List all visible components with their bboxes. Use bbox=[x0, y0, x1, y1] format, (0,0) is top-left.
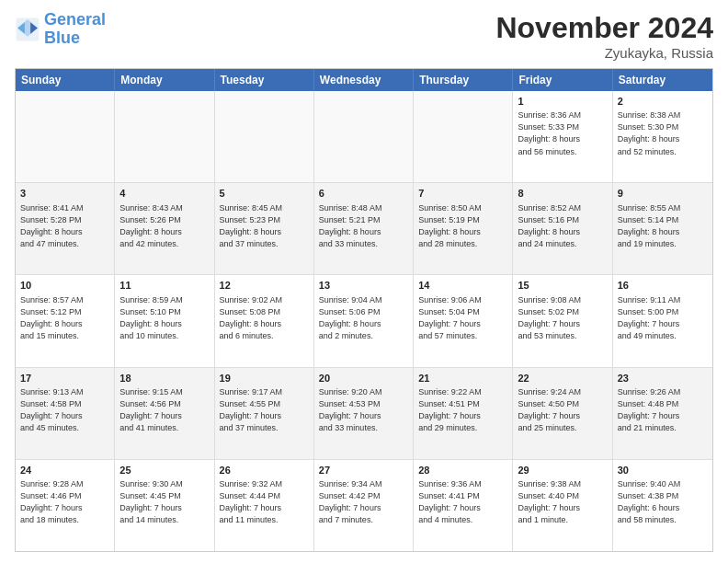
day-number: 14 bbox=[418, 279, 507, 293]
day-number: 25 bbox=[119, 464, 209, 477]
day-number: 3 bbox=[20, 187, 109, 201]
calendar: SundayMondayTuesdayWednesdayThursdayFrid… bbox=[15, 68, 713, 552]
cell-text: Sunrise: 9:20 AM Sunset: 4:53 PM Dayligh… bbox=[319, 386, 408, 434]
calendar-cell: 16Sunrise: 9:11 AM Sunset: 5:00 PM Dayli… bbox=[613, 275, 712, 366]
page: General Blue November 2024 Zyukayka, Rus… bbox=[0, 0, 728, 563]
calendar-row: 17Sunrise: 9:13 AM Sunset: 4:58 PM Dayli… bbox=[16, 368, 712, 460]
day-number: 30 bbox=[618, 464, 708, 477]
cell-text: Sunrise: 9:28 AM Sunset: 4:46 PM Dayligh… bbox=[20, 478, 109, 526]
cell-text: Sunrise: 9:40 AM Sunset: 4:38 PM Dayligh… bbox=[618, 478, 708, 526]
day-number: 11 bbox=[119, 279, 209, 293]
cell-text: Sunrise: 9:26 AM Sunset: 4:48 PM Dayligh… bbox=[618, 386, 708, 434]
calendar-cell: 17Sunrise: 9:13 AM Sunset: 4:58 PM Dayli… bbox=[16, 368, 115, 459]
calendar-header-cell: Tuesday bbox=[215, 69, 314, 91]
cell-text: Sunrise: 9:36 AM Sunset: 4:41 PM Dayligh… bbox=[418, 478, 507, 526]
cell-text: Sunrise: 9:32 AM Sunset: 4:44 PM Dayligh… bbox=[220, 478, 309, 526]
calendar-cell bbox=[314, 91, 414, 182]
cell-text: Sunrise: 9:02 AM Sunset: 5:08 PM Dayligh… bbox=[220, 294, 309, 342]
title-block: November 2024 Zyukayka, Russia bbox=[495, 11, 713, 61]
day-number: 29 bbox=[518, 464, 607, 477]
calendar-cell: 30Sunrise: 9:40 AM Sunset: 4:38 PM Dayli… bbox=[613, 460, 712, 551]
cell-text: Sunrise: 8:36 AM Sunset: 5:33 PM Dayligh… bbox=[518, 109, 607, 157]
cell-text: Sunrise: 8:50 AM Sunset: 5:19 PM Dayligh… bbox=[418, 202, 507, 250]
calendar-cell: 6Sunrise: 8:48 AM Sunset: 5:21 PM Daylig… bbox=[314, 183, 414, 274]
calendar-cell: 24Sunrise: 9:28 AM Sunset: 4:46 PM Dayli… bbox=[16, 460, 115, 551]
logo-icon bbox=[15, 17, 40, 42]
calendar-header-cell: Friday bbox=[513, 69, 612, 91]
calendar-row: 3Sunrise: 8:41 AM Sunset: 5:28 PM Daylig… bbox=[16, 183, 712, 275]
cell-text: Sunrise: 9:34 AM Sunset: 4:42 PM Dayligh… bbox=[319, 478, 408, 526]
calendar-cell: 12Sunrise: 9:02 AM Sunset: 5:08 PM Dayli… bbox=[215, 275, 314, 366]
cell-text: Sunrise: 8:48 AM Sunset: 5:21 PM Dayligh… bbox=[319, 202, 408, 250]
day-number: 20 bbox=[319, 372, 408, 385]
calendar-cell: 9Sunrise: 8:55 AM Sunset: 5:14 PM Daylig… bbox=[613, 183, 712, 274]
cell-text: Sunrise: 8:38 AM Sunset: 5:30 PM Dayligh… bbox=[618, 109, 708, 157]
cell-text: Sunrise: 9:17 AM Sunset: 4:55 PM Dayligh… bbox=[220, 386, 309, 434]
cell-text: Sunrise: 9:15 AM Sunset: 4:56 PM Dayligh… bbox=[119, 386, 209, 434]
calendar-cell: 26Sunrise: 9:32 AM Sunset: 4:44 PM Dayli… bbox=[215, 460, 314, 551]
day-number: 28 bbox=[418, 464, 507, 477]
day-number: 2 bbox=[618, 95, 708, 109]
calendar-row: 24Sunrise: 9:28 AM Sunset: 4:46 PM Dayli… bbox=[16, 460, 712, 551]
day-number: 10 bbox=[20, 279, 109, 293]
calendar-cell: 21Sunrise: 9:22 AM Sunset: 4:51 PM Dayli… bbox=[414, 368, 513, 459]
day-number: 4 bbox=[119, 187, 209, 201]
calendar-cell: 29Sunrise: 9:38 AM Sunset: 4:40 PM Dayli… bbox=[513, 460, 612, 551]
calendar-cell: 19Sunrise: 9:17 AM Sunset: 4:55 PM Dayli… bbox=[215, 368, 314, 459]
day-number: 9 bbox=[618, 187, 708, 201]
calendar-cell bbox=[16, 91, 115, 182]
month-title: November 2024 bbox=[495, 11, 713, 45]
cell-text: Sunrise: 9:30 AM Sunset: 4:45 PM Dayligh… bbox=[119, 478, 209, 526]
calendar-cell: 20Sunrise: 9:20 AM Sunset: 4:53 PM Dayli… bbox=[314, 368, 414, 459]
cell-text: Sunrise: 9:24 AM Sunset: 4:50 PM Dayligh… bbox=[518, 386, 607, 434]
day-number: 27 bbox=[319, 464, 408, 477]
calendar-cell: 28Sunrise: 9:36 AM Sunset: 4:41 PM Dayli… bbox=[414, 460, 513, 551]
calendar-cell: 27Sunrise: 9:34 AM Sunset: 4:42 PM Dayli… bbox=[314, 460, 414, 551]
day-number: 6 bbox=[319, 187, 408, 201]
cell-text: Sunrise: 9:08 AM Sunset: 5:02 PM Dayligh… bbox=[518, 294, 607, 342]
cell-text: Sunrise: 9:11 AM Sunset: 5:00 PM Dayligh… bbox=[618, 294, 708, 342]
day-number: 26 bbox=[220, 464, 309, 477]
day-number: 17 bbox=[20, 372, 109, 385]
calendar-cell: 14Sunrise: 9:06 AM Sunset: 5:04 PM Dayli… bbox=[414, 275, 513, 366]
calendar-cell: 4Sunrise: 8:43 AM Sunset: 5:26 PM Daylig… bbox=[115, 183, 214, 274]
day-number: 19 bbox=[220, 372, 309, 385]
cell-text: Sunrise: 8:52 AM Sunset: 5:16 PM Dayligh… bbox=[518, 202, 607, 250]
calendar-header: SundayMondayTuesdayWednesdayThursdayFrid… bbox=[16, 69, 712, 91]
calendar-cell: 11Sunrise: 8:59 AM Sunset: 5:10 PM Dayli… bbox=[115, 275, 214, 366]
location: Zyukayka, Russia bbox=[495, 45, 713, 61]
logo-text: General Blue bbox=[44, 11, 106, 48]
cell-text: Sunrise: 9:06 AM Sunset: 5:04 PM Dayligh… bbox=[418, 294, 507, 342]
calendar-cell bbox=[414, 91, 513, 182]
day-number: 5 bbox=[220, 187, 309, 201]
calendar-header-cell: Wednesday bbox=[314, 69, 414, 91]
cell-text: Sunrise: 8:41 AM Sunset: 5:28 PM Dayligh… bbox=[20, 202, 109, 250]
calendar-cell: 7Sunrise: 8:50 AM Sunset: 5:19 PM Daylig… bbox=[414, 183, 513, 274]
day-number: 18 bbox=[119, 372, 209, 385]
calendar-cell bbox=[215, 91, 314, 182]
calendar-row: 1Sunrise: 8:36 AM Sunset: 5:33 PM Daylig… bbox=[16, 91, 712, 183]
cell-text: Sunrise: 8:55 AM Sunset: 5:14 PM Dayligh… bbox=[618, 202, 708, 250]
calendar-cell: 18Sunrise: 9:15 AM Sunset: 4:56 PM Dayli… bbox=[115, 368, 214, 459]
calendar-cell: 22Sunrise: 9:24 AM Sunset: 4:50 PM Dayli… bbox=[513, 368, 612, 459]
day-number: 21 bbox=[418, 372, 507, 385]
calendar-cell: 8Sunrise: 8:52 AM Sunset: 5:16 PM Daylig… bbox=[513, 183, 612, 274]
calendar-cell: 3Sunrise: 8:41 AM Sunset: 5:28 PM Daylig… bbox=[16, 183, 115, 274]
calendar-cell: 2Sunrise: 8:38 AM Sunset: 5:30 PM Daylig… bbox=[613, 91, 712, 182]
calendar-header-cell: Sunday bbox=[16, 69, 115, 91]
day-number: 16 bbox=[618, 279, 708, 293]
logo: General Blue bbox=[15, 11, 106, 48]
calendar-cell: 23Sunrise: 9:26 AM Sunset: 4:48 PM Dayli… bbox=[613, 368, 712, 459]
calendar-cell: 1Sunrise: 8:36 AM Sunset: 5:33 PM Daylig… bbox=[513, 91, 612, 182]
calendar-body: 1Sunrise: 8:36 AM Sunset: 5:33 PM Daylig… bbox=[16, 91, 712, 551]
calendar-cell: 13Sunrise: 9:04 AM Sunset: 5:06 PM Dayli… bbox=[314, 275, 414, 366]
day-number: 1 bbox=[518, 95, 607, 109]
calendar-header-cell: Saturday bbox=[613, 69, 712, 91]
calendar-cell: 15Sunrise: 9:08 AM Sunset: 5:02 PM Dayli… bbox=[513, 275, 612, 366]
day-number: 22 bbox=[518, 372, 607, 385]
day-number: 23 bbox=[618, 372, 708, 385]
calendar-header-cell: Thursday bbox=[414, 69, 513, 91]
cell-text: Sunrise: 9:22 AM Sunset: 4:51 PM Dayligh… bbox=[418, 386, 507, 434]
cell-text: Sunrise: 8:43 AM Sunset: 5:26 PM Dayligh… bbox=[119, 202, 209, 250]
calendar-cell bbox=[115, 91, 214, 182]
